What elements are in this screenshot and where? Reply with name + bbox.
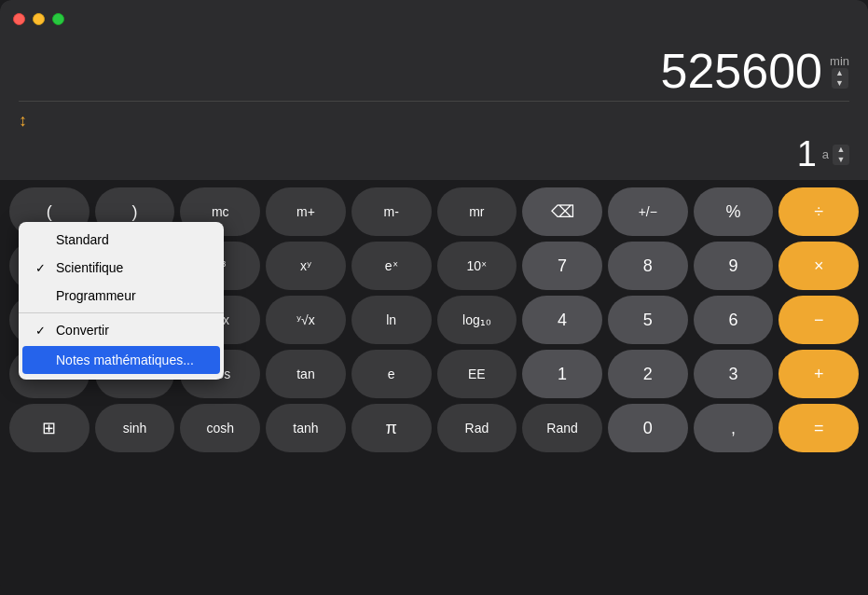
btn-9-1-8[interactable]: 9 — [694, 242, 774, 290]
btn-Rad-4-5[interactable]: Rad — [437, 404, 517, 452]
stepper-up[interactable]: ▲ — [832, 68, 848, 78]
btn-cosh-4-2[interactable]: cosh — [180, 404, 260, 452]
stepper2-up[interactable]: ▲ — [833, 145, 849, 155]
unit-stepper[interactable]: ▲ ▼ — [832, 68, 848, 89]
btn-2-3-7[interactable]: 2 — [608, 350, 688, 398]
btn-1-3-6[interactable]: 1 — [522, 350, 602, 398]
maximize-button[interactable] — [52, 13, 64, 25]
close-button[interactable] — [13, 13, 25, 25]
stepper2-down[interactable]: ▼ — [833, 155, 849, 165]
btn-8-1-7[interactable]: 8 — [608, 242, 688, 290]
btn-m--0-3[interactable]: m+ — [266, 187, 346, 236]
btn---4-4[interactable]: π — [351, 404, 432, 452]
menu-label-programmeur: Programmeur — [56, 288, 136, 303]
btn-e-3-4[interactable]: e — [351, 350, 432, 398]
display-top: 525600 min ▲ ▼ — [19, 47, 849, 95]
btn-x--1-3[interactable]: xʸ — [266, 242, 346, 290]
unit-selector[interactable]: min ▲ ▼ — [830, 54, 849, 89]
titlebar — [0, 0, 868, 37]
btn-EE-3-5[interactable]: EE — [437, 350, 517, 398]
menu-label-convertir: Convertir — [56, 323, 109, 338]
btn-0-4-7[interactable]: 0 — [608, 404, 688, 452]
btn-ln-2-4[interactable]: ln — [351, 296, 432, 344]
btn-Rand-4-6[interactable]: Rand — [522, 404, 602, 452]
btn-log---2-5[interactable]: log₁₀ — [437, 296, 517, 344]
minimize-button[interactable] — [33, 13, 45, 25]
display-area: 525600 min ▲ ▼ ↕ 1 a ▲ ▼ — [0, 37, 868, 180]
second-value: 1 — [797, 134, 817, 174]
menu-label-standard: Standard — [56, 232, 109, 247]
btn-mr-0-5[interactable]: mr — [437, 187, 517, 236]
btn---4-0[interactable]: ⊞ — [9, 404, 90, 452]
unit2-row[interactable]: a ▲ ▼ — [822, 145, 849, 165]
btn-6-2-8[interactable]: 6 — [694, 296, 774, 344]
dropdown-menu[interactable]: Standard ✓ Scientifique Programmeur ✓ Co… — [19, 222, 224, 380]
main-value: 525600 — [661, 47, 823, 95]
calc-body: Standard ✓ Scientifique Programmeur ✓ Co… — [0, 180, 868, 595]
menu-item-standard[interactable]: Standard — [19, 226, 224, 254]
display-second: 1 a ▲ ▼ — [19, 134, 849, 180]
btn-tanh-4-3[interactable]: tanh — [266, 404, 346, 452]
btn---0-6[interactable]: ⌫ — [522, 187, 602, 236]
menu-item-convertir[interactable]: ✓ Convertir — [19, 316, 224, 344]
second-unit-label: a — [822, 147, 829, 161]
btn-sinh-4-1[interactable]: sinh — [95, 404, 175, 452]
btn---1-9[interactable]: × — [778, 242, 859, 290]
btn---4-9[interactable]: = — [778, 404, 859, 452]
menu-item-notes[interactable]: Notes mathématiques... — [22, 346, 220, 374]
btn-3-3-8[interactable]: 3 — [694, 350, 774, 398]
btn-e--1-4[interactable]: eˣ — [351, 242, 432, 290]
sort-row: ↕ — [19, 107, 849, 134]
btn-10--1-5[interactable]: 10ˣ — [437, 242, 517, 290]
menu-item-programmeur[interactable]: Programmeur — [19, 282, 224, 310]
btn-m--0-4[interactable]: m- — [351, 187, 432, 236]
check-convertir: ✓ — [35, 324, 50, 338]
stepper-down[interactable]: ▼ — [832, 78, 848, 89]
sort-icon: ↕ — [19, 111, 27, 131]
check-scientifique: ✓ — [35, 261, 50, 275]
menu-item-scientifique[interactable]: ✓ Scientifique — [19, 254, 224, 282]
btn-tan-3-3[interactable]: tan — [266, 350, 346, 398]
unit-label: min — [830, 54, 849, 68]
btn---4-8[interactable]: , — [694, 404, 774, 452]
menu-label-scientifique: Scientifique — [56, 260, 123, 275]
btn---2-9[interactable]: − — [778, 296, 859, 344]
menu-label-notes: Notes mathématiques... — [56, 353, 194, 367]
btn-7-1-6[interactable]: 7 — [522, 242, 602, 290]
dropdown-separator — [19, 312, 224, 313]
display-divider — [19, 101, 849, 102]
btn-5-2-7[interactable]: 5 — [608, 296, 688, 344]
btn---3-9[interactable]: + — [778, 350, 859, 398]
btn-4-2-6[interactable]: 4 — [522, 296, 602, 344]
btn---0-9[interactable]: ÷ — [778, 187, 859, 236]
unit2-stepper[interactable]: ▲ ▼ — [833, 145, 849, 165]
btn---x-2-3[interactable]: ʸ√x — [266, 296, 346, 344]
button-row-4: ⊞sinhcoshtanhπRadRand0,= — [9, 404, 859, 452]
btn---0-8[interactable]: % — [694, 187, 774, 236]
btn-----0-7[interactable]: +/− — [608, 187, 688, 236]
